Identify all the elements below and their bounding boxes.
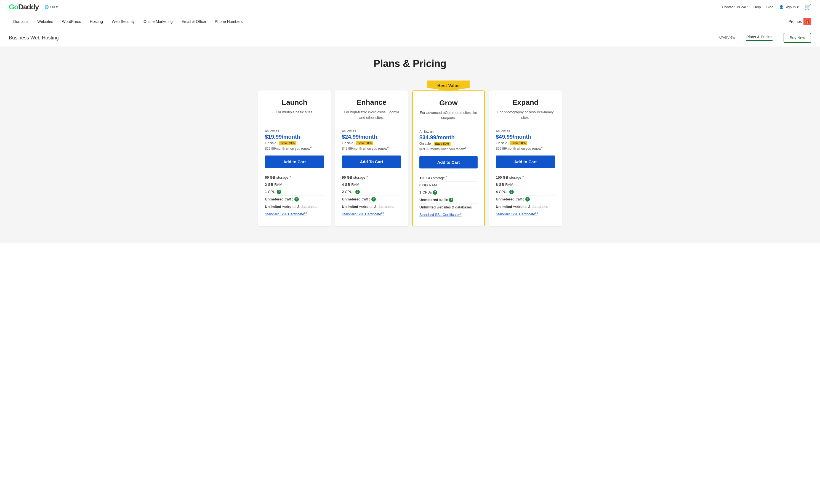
- feature-item: 90 GB storage^: [342, 174, 401, 181]
- feature-item: Unmetered traffic?: [265, 195, 324, 203]
- help-icon[interactable]: ?: [371, 197, 376, 202]
- feature-list: 150 GB storage^8 GB RAM4 CPUs?Unmetered …: [496, 174, 555, 218]
- feature-item: 150 GB storage^: [496, 174, 555, 181]
- plan-name: Enhance: [342, 98, 401, 107]
- feature-item: 4 GB RAM: [342, 181, 401, 188]
- lang-label: EN: [50, 5, 55, 9]
- sign-in-chevron: ▾: [797, 5, 799, 9]
- main-nav: Domains Websites WordPress Hosting Web S…: [0, 14, 820, 29]
- save-badge: Save 50%: [434, 142, 451, 146]
- cart-button[interactable]: 🛒: [804, 4, 811, 10]
- feature-item: Unmetered traffic?: [496, 195, 555, 203]
- add-to-cart-button[interactable]: Add to Cart: [265, 156, 324, 168]
- ssl-link[interactable]: Standard SSL Certificate00: [342, 212, 384, 216]
- help-link[interactable]: Help: [754, 5, 761, 9]
- feature-list: 120 GB storage^6 GB RAM3 CPUs?Unmetered …: [420, 175, 478, 218]
- nav-phone-numbers[interactable]: Phone Numbers: [210, 14, 247, 29]
- language-selector[interactable]: 🌐 EN ▾: [44, 5, 58, 9]
- add-to-cart-button[interactable]: Add To Cart: [342, 156, 401, 168]
- plan-price: $19.99/month: [265, 134, 324, 140]
- help-icon[interactable]: ?: [294, 197, 299, 202]
- renew-price: $49.99/month when you renew4: [342, 146, 401, 151]
- plan-price: $34.99/month: [420, 134, 478, 141]
- plans-grid: Launch For multiple basic sites. As low …: [258, 90, 562, 226]
- feature-item: Unlimited websites & databases: [265, 203, 324, 210]
- promos-label: Promos: [789, 19, 802, 24]
- top-bar-right: Contact Us 24/7 Help Blog 👤 Sign In ▾ 🛒: [722, 4, 811, 10]
- renew-price: $69.99/month when you renew4: [420, 146, 478, 152]
- sub-nav-right: Overview Plans & Pricing Buy Now: [719, 33, 811, 43]
- plan-desc: For multiple basic sites.: [265, 109, 324, 124]
- feature-item: 6 GB RAM: [420, 181, 478, 189]
- help-icon[interactable]: ?: [509, 190, 514, 194]
- on-sale: On sale - Save 50%: [342, 141, 401, 145]
- promos-icon: 🎁: [803, 18, 811, 25]
- feature-item: Unlimited websites & databases: [420, 203, 478, 211]
- as-low-as: As low as: [420, 130, 478, 134]
- ssl-link[interactable]: Standard SSL Certificate00: [265, 212, 307, 216]
- plan-price: $49.99/month: [496, 134, 555, 140]
- feature-list: 90 GB storage^4 GB RAM2 CPUs?Unmetered t…: [342, 174, 401, 218]
- nav-web-security[interactable]: Web Security: [107, 14, 139, 29]
- nav-hosting[interactable]: Hosting: [85, 14, 107, 29]
- help-icon[interactable]: ?: [433, 190, 437, 195]
- help-icon[interactable]: ?: [277, 190, 281, 194]
- sign-in-button[interactable]: 👤 Sign In ▾: [779, 5, 799, 9]
- plan-desc: For high-traffic WordPress, Joomla and o…: [342, 109, 401, 124]
- feature-item: 3 CPUs?: [420, 189, 478, 196]
- plan-name: Grow: [420, 99, 478, 107]
- feature-item: 4 CPUs?: [496, 188, 555, 195]
- feature-item: 8 GB RAM: [496, 181, 555, 188]
- plan-card-expand: Expand For photography or resource-heavy…: [489, 90, 562, 226]
- sign-in-label: Sign In: [785, 5, 796, 9]
- nav-online-marketing[interactable]: Online Marketing: [139, 14, 177, 29]
- sub-nav-title: Business Web Hosting: [9, 35, 59, 41]
- feature-item: Unlimited websites & databases: [496, 203, 555, 210]
- user-icon: 👤: [779, 5, 784, 9]
- renew-price: $99.99/month when you renew4: [496, 146, 555, 151]
- plan-card-launch: Launch For multiple basic sites. As low …: [258, 90, 331, 226]
- save-badge: Save 33%: [279, 141, 296, 145]
- feature-item: 120 GB storage^: [420, 175, 478, 181]
- ssl-link[interactable]: Standard SSL Certificate00: [496, 212, 538, 216]
- on-sale: On sale - Save 33%: [265, 141, 324, 145]
- tab-overview[interactable]: Overview: [719, 35, 735, 41]
- page-content: Plans & Pricing Best Value Launch For mu…: [0, 47, 820, 243]
- help-icon[interactable]: ?: [449, 198, 453, 202]
- help-icon[interactable]: ?: [355, 190, 360, 194]
- plan-desc: For advanced eCommerce sites like Magent…: [420, 110, 478, 124]
- feature-item: 1 CPU?: [265, 188, 324, 195]
- logo[interactable]: GoDaddy: [9, 3, 39, 11]
- renew-price: $29.99/month when you renew4: [265, 146, 324, 151]
- plan-name: Launch: [265, 98, 324, 107]
- nav-websites[interactable]: Websites: [33, 14, 57, 29]
- plan-card-enhance: Enhance For high-traffic WordPress, Joom…: [335, 90, 408, 226]
- feature-item: 2 CPUs?: [342, 188, 401, 195]
- feature-item: Unmetered traffic?: [342, 195, 401, 203]
- blog-link[interactable]: Blog: [766, 5, 773, 9]
- as-low-as: As low as: [496, 129, 555, 133]
- globe-icon: 🌐: [44, 5, 49, 9]
- promos-button[interactable]: Promos 🎁: [789, 18, 811, 25]
- feature-item: Standard SSL Certificate00: [265, 210, 324, 218]
- best-value-badge: Best Value: [428, 81, 470, 91]
- contact-link[interactable]: Contact Us 24/7: [722, 5, 748, 9]
- add-to-cart-button[interactable]: Add to Cart: [496, 156, 555, 168]
- nav-domains[interactable]: Domains: [9, 14, 33, 29]
- add-to-cart-button[interactable]: Add to Cart: [420, 156, 478, 168]
- top-bar-left: GoDaddy 🌐 EN ▾: [9, 3, 58, 11]
- nav-email-office[interactable]: Email & Office: [177, 14, 210, 29]
- on-sale: On sale - Save 50%: [496, 141, 555, 145]
- buy-now-button[interactable]: Buy Now: [784, 33, 811, 43]
- feature-item: Unlimited websites & databases: [342, 203, 401, 210]
- help-icon[interactable]: ?: [525, 197, 530, 202]
- plan-name: Expand: [496, 98, 555, 107]
- feature-item: 60 GB storage^: [265, 174, 324, 181]
- nav-wordpress[interactable]: WordPress: [58, 14, 85, 29]
- best-value-badge-wrapper: Best Value: [412, 81, 485, 91]
- tab-plans-pricing[interactable]: Plans & Pricing: [746, 35, 773, 41]
- ssl-link[interactable]: Standard SSL Certificate00: [420, 212, 462, 217]
- save-badge: Save 50%: [356, 141, 373, 145]
- feature-item: Standard SSL Certificate00: [420, 211, 478, 218]
- top-bar: GoDaddy 🌐 EN ▾ Contact Us 24/7 Help Blog…: [0, 0, 820, 14]
